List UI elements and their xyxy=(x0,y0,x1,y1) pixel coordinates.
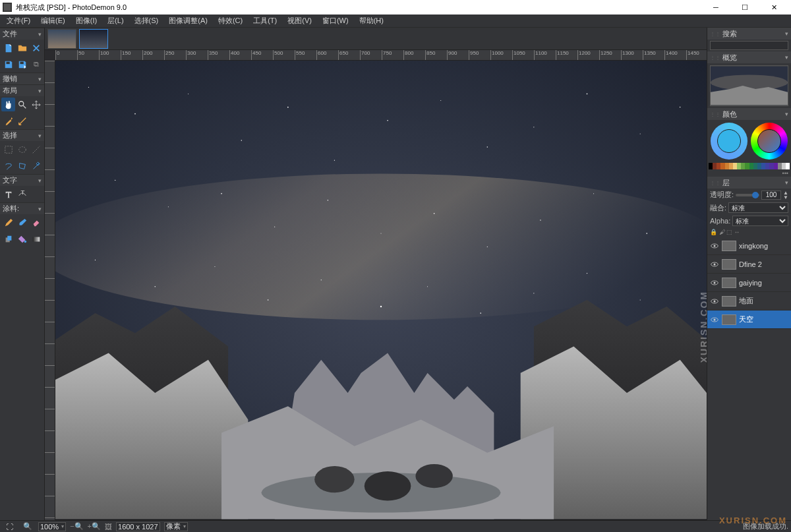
svg-point-45 xyxy=(480,312,481,314)
pencil-tool[interactable] xyxy=(1,216,15,229)
eraser-tool[interactable] xyxy=(29,216,43,229)
color-wheels[interactable] xyxy=(707,120,791,162)
polygon-tool[interactable] xyxy=(15,159,29,173)
zoom-icon[interactable]: 🔍 xyxy=(20,519,34,532)
section-layout[interactable]: 布局▾ xyxy=(0,84,44,96)
section-undo[interactable]: 撤销▾ xyxy=(0,73,44,84)
measure-tool[interactable] xyxy=(15,114,29,128)
section-paint[interactable]: 涂料:▾ xyxy=(0,202,44,214)
close-button[interactable]: ✕ xyxy=(759,0,788,15)
menu-view[interactable]: 视图(V) xyxy=(282,15,317,27)
menu-tools[interactable]: 工具(T) xyxy=(248,15,282,27)
maximize-button[interactable]: ☐ xyxy=(730,0,759,15)
panel-overview[interactable]: ⋮⋮概览▾ xyxy=(707,51,791,63)
section-text[interactable]: 文字▾ xyxy=(0,174,44,186)
svg-point-4 xyxy=(18,101,23,105)
svg-rect-9 xyxy=(7,235,11,240)
clone-tool[interactable] xyxy=(1,232,15,246)
layer-item[interactable]: xingkong xyxy=(707,237,791,255)
layer-item[interactable]: gaiying xyxy=(707,274,791,292)
zoom-tool[interactable] xyxy=(15,98,29,111)
zoom-combo[interactable]: 100%▾ xyxy=(38,522,66,531)
open-file-button[interactable] xyxy=(15,41,29,55)
close-file-button[interactable] xyxy=(29,41,43,55)
panel-layers[interactable]: ⋮⋮层▾ xyxy=(707,177,791,189)
rect-select-tool[interactable] xyxy=(1,142,15,156)
menu-select[interactable]: 选择(S) xyxy=(129,15,164,27)
ruler-vertical[interactable] xyxy=(45,61,55,520)
menu-image[interactable]: 图像(I) xyxy=(71,15,102,27)
section-file[interactable]: 文件▾ xyxy=(0,28,44,40)
color-wheel-1[interactable] xyxy=(711,123,747,160)
image-info-icon[interactable]: 🖼 xyxy=(105,523,112,531)
svg-point-62 xyxy=(714,300,716,302)
swatch-more[interactable]: ••• xyxy=(707,170,791,177)
svg-point-20 xyxy=(387,120,388,121)
doc-thumb-2[interactable] xyxy=(79,29,108,49)
svg-point-31 xyxy=(328,200,328,200)
search-input[interactable] xyxy=(710,41,788,50)
menu-help[interactable]: 帮助(H) xyxy=(354,15,389,27)
blend-select[interactable]: 标准 xyxy=(728,202,788,213)
text-tool[interactable] xyxy=(1,187,15,201)
opacity-slider[interactable] xyxy=(736,194,759,196)
alpha-select[interactable]: 标准 xyxy=(732,216,788,226)
visibility-icon[interactable] xyxy=(710,241,719,251)
zoom-out-icon[interactable]: −🔍 xyxy=(70,522,83,531)
swatch[interactable] xyxy=(786,163,790,169)
visibility-icon[interactable] xyxy=(710,260,719,269)
visibility-icon[interactable] xyxy=(710,278,719,287)
move-tool[interactable] xyxy=(29,98,43,111)
menu-file[interactable]: 文件(F) xyxy=(1,15,36,27)
ruler-horizontal[interactable]: 0501001502002503003504004505005506006507… xyxy=(55,50,707,61)
layer-item[interactable]: Dfine 2 xyxy=(707,255,791,274)
units-combo[interactable]: 像素▾ xyxy=(164,522,188,531)
eyedropper-tool[interactable] xyxy=(1,114,15,128)
export-button[interactable]: ⧉ xyxy=(29,57,43,71)
svg-point-51 xyxy=(365,471,411,500)
save-as-button[interactable] xyxy=(15,57,29,71)
layer-locks[interactable]: 🔒 🖌 ⬚ ↔ xyxy=(707,227,791,237)
text-path-tool[interactable]: T xyxy=(15,187,29,201)
swatch-row[interactable] xyxy=(709,163,790,169)
svg-point-46 xyxy=(533,293,534,293)
layer-thumb xyxy=(722,296,736,307)
menu-edit[interactable]: 编辑(E) xyxy=(36,15,71,27)
line-select-tool[interactable] xyxy=(29,142,43,156)
svg-point-21 xyxy=(440,100,441,101)
fill-tool[interactable] xyxy=(15,232,29,246)
save-button[interactable] xyxy=(1,57,15,71)
wand-tool[interactable] xyxy=(29,159,43,173)
minimize-button[interactable]: ─ xyxy=(701,0,730,15)
fit-screen-icon[interactable]: ⛶ xyxy=(3,519,16,532)
overview-thumbnail[interactable] xyxy=(710,65,788,106)
gradient-tool[interactable] xyxy=(29,232,43,246)
panel-search[interactable]: ⋮⋮搜索▾ xyxy=(707,28,791,40)
menu-window[interactable]: 窗口(W) xyxy=(317,15,354,27)
layer-item[interactable]: 天空 xyxy=(707,310,791,329)
visibility-icon[interactable] xyxy=(710,297,719,306)
svg-point-39 xyxy=(155,286,156,287)
menu-layer[interactable]: 层(L) xyxy=(102,15,129,27)
color-wheel-2[interactable] xyxy=(751,123,788,160)
svg-point-27 xyxy=(115,180,115,181)
opacity-input[interactable] xyxy=(761,191,781,200)
lasso-tool[interactable] xyxy=(1,159,15,173)
canvas[interactable]: XURISN.COM xyxy=(55,61,707,520)
titlebar: 堆栈完成 [PSD] - PhotoDemon 9.0 ─ ☐ ✕ xyxy=(0,0,791,15)
hand-tool[interactable] xyxy=(1,98,15,111)
menu-effects[interactable]: 特效(C) xyxy=(213,15,248,27)
layer-item[interactable]: 地面 xyxy=(707,292,791,310)
doc-thumb-1[interactable] xyxy=(47,29,76,49)
ellipse-select-tool[interactable] xyxy=(15,142,29,156)
zoom-in-icon[interactable]: +🔍 xyxy=(88,522,101,531)
brush-tool[interactable] xyxy=(15,216,29,229)
right-panels: ⋮⋮搜索▾ ⋮⋮概览▾ ⋮⋮颜色▾ ••• ⋮⋮层▾ 透明度: ▲▼ 融合: 标… xyxy=(707,28,791,520)
section-select[interactable]: 选择▾ xyxy=(0,129,44,141)
new-file-button[interactable] xyxy=(1,41,15,55)
visibility-icon[interactable] xyxy=(710,315,719,324)
menu-adjust[interactable]: 图像调整(A) xyxy=(163,15,213,27)
canvas-column: 0501001502002503003504004505005506006507… xyxy=(45,28,707,520)
opacity-stepper[interactable]: ▲▼ xyxy=(783,191,788,200)
panel-color[interactable]: ⋮⋮颜色▾ xyxy=(707,108,791,120)
